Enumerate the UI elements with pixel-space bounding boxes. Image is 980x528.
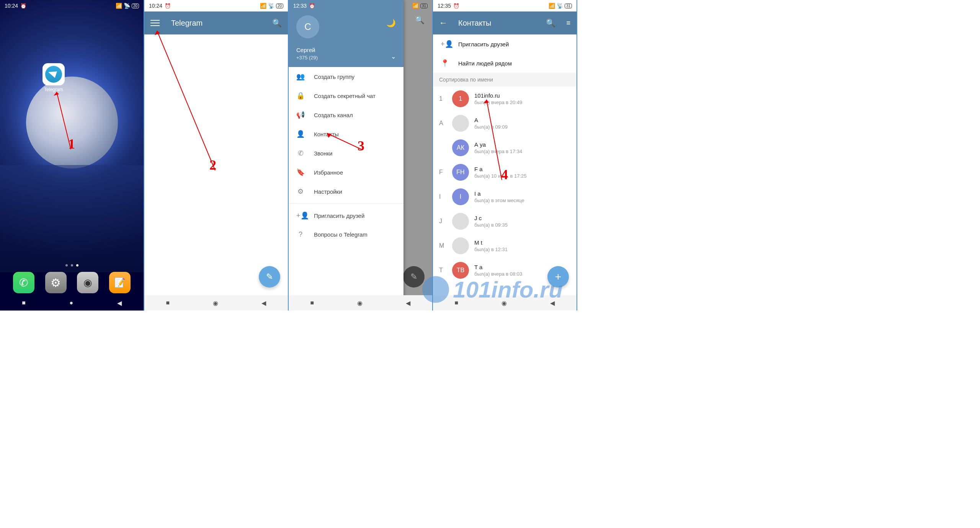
status-bar: 10:24 ⏰ 📶 📡 20	[0, 0, 144, 11]
contact-row[interactable]: А А был(а) в 09:09	[433, 111, 577, 136]
section-letter: А	[439, 120, 447, 127]
contact-avatar: I	[452, 188, 469, 205]
watermark: 101info.ru	[422, 276, 563, 303]
status-time: 10:24	[149, 3, 162, 9]
contact-status: был(а) в этом месяце	[474, 198, 570, 203]
expand-accounts-icon[interactable]: ⌄	[391, 53, 396, 60]
contact-avatar	[452, 115, 469, 132]
contact-row[interactable]: M M t был(а) в 12:31	[433, 234, 577, 258]
find-nearby-row[interactable]: 📍 Найти людей рядом	[433, 54, 577, 73]
alarm-icon: ⏰	[453, 3, 459, 9]
user-name: Сергей	[296, 47, 396, 53]
user-phone: +375 (29)	[296, 55, 396, 60]
search-icon[interactable]: 🔍	[272, 18, 282, 28]
status-bar: 12:33 ⏰	[289, 0, 403, 11]
invite-icon: +👤	[296, 211, 305, 220]
help-icon: ?	[296, 230, 305, 239]
header-title: Telegram	[171, 19, 272, 28]
section-letter: 1	[439, 95, 447, 102]
home-screen: 10:24 ⏰ 📶 📡 20 Telegram ✆ ⚙ ◉ 📝 ■ ● ◀ 1	[0, 0, 144, 311]
drawer-item-create-group[interactable]: 👥Создать группу	[289, 67, 403, 86]
contacts-screen: 12:35 ⏰ 📶 📡 31 ← Контакты 🔍 ≡ +👤 Приглас…	[433, 0, 577, 311]
telegram-app-label: Telegram	[38, 87, 69, 92]
nav-recent[interactable]: ■	[22, 299, 26, 306]
annotation-3: 3	[358, 138, 364, 154]
contact-name: J c	[474, 215, 570, 221]
section-letter: I	[439, 193, 447, 200]
navigation-drawer: 12:33 ⏰ С 🌙 Сергей +375 (29) ⌄ 👥Создать …	[289, 0, 403, 311]
notes-app-icon[interactable]: 📝	[109, 272, 131, 293]
telegram-drawer-screen: 🔍 ✎ 12:33 ⏰ С 🌙 Сергей +375 (29) ⌄ 👥Созд…	[289, 0, 433, 311]
annotation-2: 2	[209, 157, 216, 173]
drawer-item-secret-chat[interactable]: 🔒Создать секретный чат	[289, 86, 403, 105]
contact-name: F a	[474, 166, 570, 172]
svg-line-2	[157, 31, 215, 170]
nav-bar: ■ ● ◀	[0, 295, 144, 311]
drawer-item-calls[interactable]: ✆Звонки	[289, 144, 403, 163]
drawer-divider	[289, 203, 403, 204]
contact-status: был(а) в 12:31	[474, 247, 570, 252]
invite-friends-row[interactable]: +👤 Пригласить друзей	[433, 34, 577, 54]
contact-avatar	[452, 213, 469, 230]
search-icon[interactable]: 🔍	[546, 18, 555, 28]
annotation-4: 4	[501, 167, 508, 183]
nav-back[interactable]: ◀	[117, 299, 122, 307]
sort-icon[interactable]: ≡	[566, 19, 570, 27]
alarm-icon: ⏰	[165, 3, 171, 9]
menu-button[interactable]	[150, 20, 160, 26]
contact-name: I a	[474, 190, 570, 197]
nav-home[interactable]: ◉	[357, 299, 363, 307]
drawer-item-settings[interactable]: ⚙Настройки	[289, 182, 403, 201]
night-mode-icon[interactable]: 🌙	[386, 18, 396, 28]
drawer-item-invite[interactable]: +👤Пригласить друзей	[289, 206, 403, 225]
phone-app-icon[interactable]: ✆	[13, 272, 34, 293]
contact-status: был(а) вчера в 17:34	[474, 149, 570, 154]
nav-bar: ■ ◉ ◀	[144, 295, 288, 311]
nav-recent[interactable]: ■	[310, 299, 314, 306]
contact-name: А	[474, 117, 570, 123]
bookmark-icon: 🔖	[296, 168, 305, 177]
contact-avatar: 1	[452, 90, 469, 107]
user-avatar[interactable]: С	[296, 15, 319, 38]
status-time: 12:35	[438, 3, 451, 9]
drawer-item-faq[interactable]: ?Вопросы о Telegram	[289, 225, 403, 244]
wallpaper-water	[0, 165, 144, 272]
contact-avatar: FH	[452, 164, 469, 181]
battery-icon: 20	[132, 3, 139, 8]
annotation-1: 1	[68, 136, 75, 152]
nav-back[interactable]: ◀	[261, 299, 266, 307]
drawer-item-saved[interactable]: 🔖Избранное	[289, 163, 403, 182]
drawer-item-contacts[interactable]: 👤Контакты	[289, 124, 403, 144]
telegram-header: Telegram 🔍	[144, 11, 288, 34]
watermark-icon	[422, 276, 449, 303]
compose-fab[interactable]: ✎	[259, 266, 280, 288]
camera-app-icon[interactable]: ◉	[77, 272, 98, 293]
contact-status: был(а) 10 июл. в 17:25	[474, 173, 570, 179]
lock-icon: 🔒	[296, 92, 305, 100]
settings-app-icon[interactable]: ⚙	[45, 272, 67, 293]
wifi-icon: 📡	[557, 3, 563, 9]
compose-fab-dimmed: ✎	[403, 266, 425, 288]
status-time: 12:33	[293, 3, 307, 9]
section-letter: J	[439, 218, 447, 225]
contact-name: А ya	[474, 141, 570, 148]
drawer-item-create-channel[interactable]: 📢Создать канал	[289, 105, 403, 124]
section-letter: M	[439, 242, 447, 249]
contact-row[interactable]: I I I a был(а) в этом месяце	[433, 185, 577, 209]
nav-home[interactable]: ●	[69, 299, 73, 306]
telegram-app-icon[interactable]	[42, 63, 65, 85]
alarm-icon: ⏰	[309, 3, 315, 9]
contact-row[interactable]: J J c был(а) в 09:35	[433, 209, 577, 234]
gear-icon: ⚙	[296, 187, 305, 196]
nav-recent[interactable]: ■	[166, 299, 170, 306]
section-letter: F	[439, 169, 447, 176]
back-button[interactable]: ←	[439, 18, 448, 28]
signal-icon: 📶	[116, 3, 122, 9]
nav-bar: ■ ◉ ◀	[289, 295, 432, 311]
person-icon: 👤	[296, 130, 305, 138]
contact-row[interactable]: АК А ya был(а) вчера в 17:34	[433, 136, 577, 160]
nav-home[interactable]: ◉	[213, 299, 218, 307]
nav-back[interactable]: ◀	[406, 299, 410, 307]
battery-icon: 31	[420, 3, 428, 8]
contact-row[interactable]: 1 1 101info.ru был(а) вчера в 20:49	[433, 87, 577, 111]
